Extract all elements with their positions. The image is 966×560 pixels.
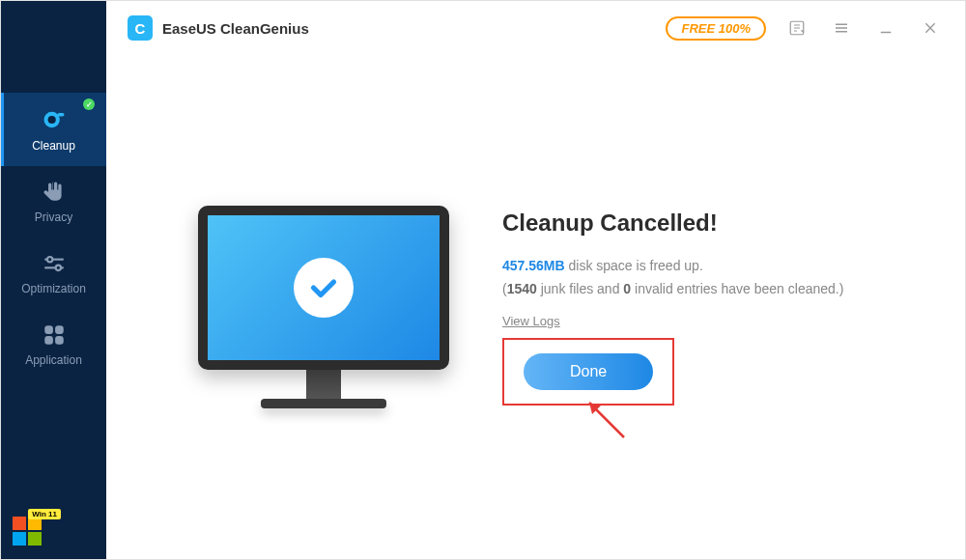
app-logo-icon: C [128, 15, 153, 41]
sidebar-item-privacy[interactable]: Privacy [1, 166, 106, 238]
annotation-highlight-box: Done [502, 338, 674, 406]
feedback-button[interactable] [783, 14, 810, 42]
sidebar-label: Optimization [21, 282, 86, 295]
content-area: Cleanup Cancelled! 457.56MB disk space i… [106, 55, 965, 559]
close-button[interactable] [917, 14, 944, 42]
sidebar-label: Cleanup [32, 139, 75, 153]
sliders-icon [42, 251, 67, 276]
sidebar-footer: Win 11 [1, 505, 106, 559]
svg-line-18 [589, 403, 624, 437]
sidebar-item-application[interactable]: Application [1, 309, 106, 380]
checkmark-icon [294, 258, 354, 318]
result-title: Cleanup Cancelled! [502, 210, 917, 237]
hand-icon [42, 180, 67, 205]
sidebar-item-cleanup[interactable]: Cleanup [1, 93, 106, 166]
app-window: Cleanup Privacy Optimization Application [0, 0, 966, 560]
cleanup-icon [41, 106, 68, 133]
free-badge[interactable]: FREE 100% [666, 16, 766, 41]
svg-point-6 [55, 266, 60, 270]
sidebar-item-optimization[interactable]: Optimization [1, 238, 106, 309]
svg-rect-8 [55, 325, 64, 334]
freed-size: 457.56MB [502, 258, 565, 273]
invalid-count: 0 [623, 281, 631, 296]
win-version-badge: Win 11 [28, 509, 61, 519]
titlebar: C EaseUS CleanGenius FREE 100% [106, 1, 965, 55]
check-badge-icon [83, 98, 95, 110]
result-stats-line: (1540 junk files and 0 invalid entries h… [502, 281, 917, 296]
done-button[interactable]: Done [524, 353, 653, 390]
junk-count: 1540 [507, 281, 537, 296]
minimize-button[interactable] [872, 14, 899, 42]
result-freed-line: 457.56MB disk space is freed up. [502, 258, 917, 273]
result-info: Cleanup Cancelled! 457.56MB disk space i… [493, 210, 917, 406]
main-panel: C EaseUS CleanGenius FREE 100% [106, 1, 965, 559]
svg-rect-9 [44, 336, 53, 345]
sidebar-label: Privacy [35, 210, 72, 224]
svg-rect-7 [44, 325, 53, 334]
svg-rect-10 [55, 336, 64, 345]
view-logs-link[interactable]: View Logs [502, 314, 560, 328]
windows-logo-icon[interactable]: Win 11 [13, 517, 47, 547]
sidebar-label: Application [25, 353, 82, 367]
svg-point-1 [47, 116, 55, 124]
menu-button[interactable] [828, 14, 855, 42]
apps-icon [42, 322, 67, 348]
app-title: EaseUS CleanGenius [162, 20, 309, 37]
sidebar: Cleanup Privacy Optimization Application [1, 1, 106, 559]
monitor-illustration [155, 206, 493, 408]
svg-point-4 [46, 257, 51, 262]
svg-rect-2 [57, 113, 64, 117]
